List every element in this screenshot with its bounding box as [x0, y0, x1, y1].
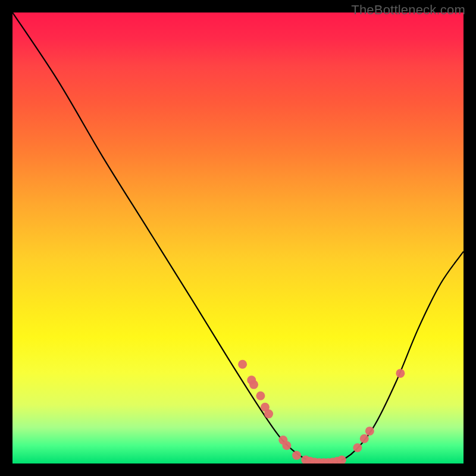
data-point — [282, 441, 291, 450]
data-point — [249, 380, 258, 389]
watermark: TheBottleneck.com — [351, 2, 465, 18]
chart-plot — [12, 12, 464, 464]
data-point — [353, 443, 362, 452]
data-point — [264, 409, 273, 418]
data-point — [365, 427, 374, 436]
chart-svg — [12, 12, 464, 464]
bottleneck-curve — [12, 12, 464, 464]
data-point — [256, 392, 265, 400]
data-point — [238, 360, 247, 369]
data-point — [396, 369, 405, 378]
data-point — [292, 451, 301, 460]
data-point — [337, 455, 346, 464]
scatter-points — [238, 360, 405, 464]
data-point — [360, 434, 369, 443]
